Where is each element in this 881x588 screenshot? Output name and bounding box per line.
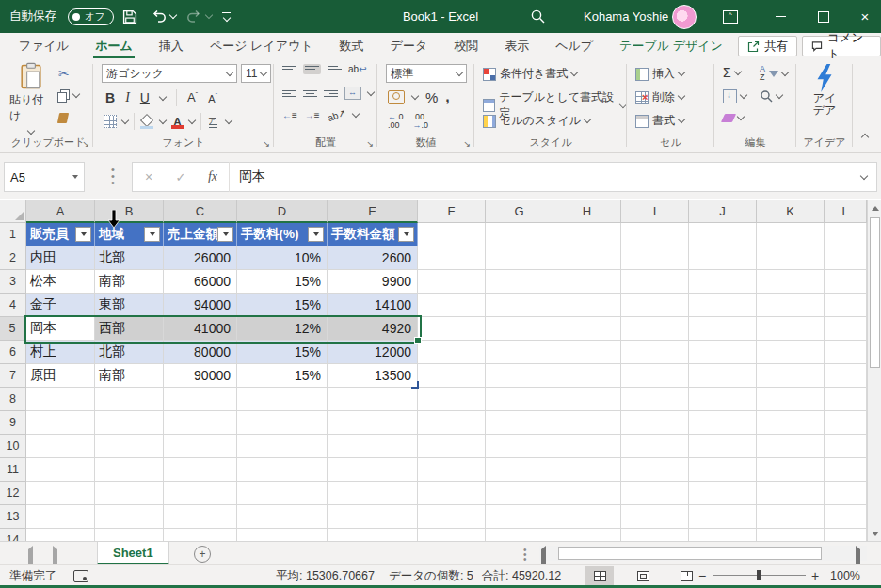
tab-挿入[interactable]: 挿入 [146, 33, 197, 58]
cell-K6[interactable] [757, 341, 825, 364]
cell-A14[interactable] [26, 529, 95, 541]
cell-I11[interactable] [621, 458, 689, 482]
bold-button[interactable]: B [105, 90, 115, 105]
column-header-J[interactable]: J [689, 200, 757, 223]
cell-D7[interactable]: 15% [237, 364, 328, 388]
undo-button[interactable] [151, 0, 176, 33]
cell-L1[interactable] [825, 223, 867, 246]
cell-B13[interactable] [95, 505, 164, 529]
ideas-button[interactable]: アイデア [805, 64, 844, 117]
cell-I7[interactable] [621, 364, 689, 388]
cell-J6[interactable] [689, 341, 757, 364]
cell-E14[interactable] [328, 529, 418, 541]
cell-G2[interactable] [486, 246, 553, 270]
namebox-splitter[interactable]: ••• [111, 167, 115, 186]
filter-button-D1[interactable] [308, 227, 324, 242]
cell-C5[interactable]: 41000 [164, 317, 237, 341]
cell-G3[interactable] [486, 270, 553, 294]
sheet-next-button[interactable] [53, 549, 57, 564]
cell-C10[interactable] [164, 435, 237, 458]
cell-B6[interactable]: 北部 [95, 341, 164, 364]
increase-decimal-icon[interactable]: ←.0.00 [388, 113, 404, 130]
cell-E8[interactable] [328, 388, 418, 411]
tab-ファイル[interactable]: ファイル [6, 33, 82, 58]
cell-A9[interactable] [26, 411, 95, 435]
cell-C7[interactable]: 90000 [164, 364, 237, 388]
fill-color-icon[interactable] [140, 115, 154, 129]
cell-B10[interactable] [95, 435, 164, 458]
row-header-3[interactable]: 3 [0, 270, 26, 294]
cell-A3[interactable]: 松本 [26, 270, 95, 294]
tab-テーブル デザイン[interactable]: テーブル デザイン [606, 33, 736, 58]
cell-K12[interactable] [757, 482, 825, 505]
redo-button[interactable] [186, 0, 212, 33]
formula-bar[interactable]: × ✓ fx 岡本 [132, 162, 877, 192]
cell-H12[interactable] [553, 482, 621, 505]
cell-G9[interactable] [486, 411, 553, 435]
cell-J1[interactable] [689, 223, 757, 246]
orientation-icon[interactable]: ab↗ [326, 107, 346, 123]
italic-button[interactable]: I [125, 90, 130, 105]
cell-H1[interactable] [553, 223, 621, 246]
tab-ページ レイアウト[interactable]: ページ レイアウト [197, 33, 327, 58]
cell-G1[interactable] [486, 223, 553, 246]
cell-B4[interactable]: 東部 [95, 294, 164, 317]
search-button[interactable] [530, 0, 546, 33]
cell-F10[interactable] [418, 435, 486, 458]
currency-format-icon[interactable] [388, 90, 405, 104]
row-header-1[interactable]: 1 [0, 223, 26, 246]
comma-style-icon[interactable]: , [445, 88, 449, 105]
cell-I13[interactable] [621, 505, 689, 529]
sort-filter-button[interactable]: AZ [760, 65, 788, 82]
cell-J9[interactable] [689, 411, 757, 435]
cell-C6[interactable]: 80000 [164, 341, 237, 364]
column-header-I[interactable]: I [621, 200, 689, 223]
account-avatar[interactable] [672, 0, 697, 33]
cell-K10[interactable] [757, 435, 825, 458]
cell-F4[interactable] [418, 294, 486, 317]
cell-A12[interactable] [26, 482, 95, 505]
cell-K11[interactable] [757, 458, 825, 482]
select-all-corner[interactable] [0, 200, 26, 223]
row-header-12[interactable]: 12 [0, 482, 26, 505]
horizontal-scrollbar[interactable] [539, 546, 867, 561]
align-right-icon[interactable] [324, 90, 338, 97]
cell-I4[interactable] [621, 294, 689, 317]
cell-D13[interactable] [237, 505, 328, 529]
comments-button[interactable]: コメント [802, 36, 881, 56]
cell-I3[interactable] [621, 270, 689, 294]
cut-button[interactable]: ✂ [58, 66, 70, 81]
vertical-scrollbar-thumb[interactable] [870, 217, 880, 368]
increase-indent-icon[interactable]: →≡ [305, 110, 320, 120]
cell-D14[interactable] [237, 529, 328, 541]
cell-D6[interactable]: 15% [237, 341, 328, 364]
cell-E5[interactable]: 4920 [328, 317, 418, 341]
orientation-dropdown-icon[interactable] [352, 110, 360, 118]
font-color-dropdown-icon[interactable] [188, 116, 196, 123]
row-header-4[interactable]: 4 [0, 294, 26, 317]
copy-button[interactable] [57, 89, 79, 102]
wrap-text-icon[interactable]: ab↩ [348, 64, 367, 74]
tab-表示[interactable]: 表示 [491, 33, 542, 58]
column-header-L[interactable]: L [825, 200, 867, 223]
cell-I6[interactable] [621, 341, 689, 364]
cell-K2[interactable] [757, 246, 825, 270]
cell-E3[interactable]: 9900 [328, 270, 418, 294]
tab-scroll-splitter[interactable]: ••• [523, 548, 527, 562]
align-middle-icon[interactable] [303, 64, 321, 74]
cell-B1[interactable]: 地域 [95, 223, 164, 246]
cell-G8[interactable] [486, 388, 553, 411]
cell-H10[interactable] [553, 435, 621, 458]
cell-G6[interactable] [486, 341, 553, 364]
cell-J13[interactable] [689, 505, 757, 529]
percent-style-icon[interactable]: % [425, 89, 438, 105]
column-header-F[interactable]: F [418, 200, 486, 223]
filter-button-B1[interactable] [144, 227, 160, 242]
cell-A8[interactable] [26, 388, 95, 411]
cell-D11[interactable] [237, 458, 328, 482]
conditional-formatting-button[interactable]: 条件付き書式 [483, 66, 577, 82]
column-header-B[interactable]: B [95, 200, 164, 223]
cell-L12[interactable] [825, 482, 867, 505]
clipboard-dialog-launcher[interactable]: ↘ [82, 139, 89, 149]
cell-G12[interactable] [486, 482, 553, 505]
